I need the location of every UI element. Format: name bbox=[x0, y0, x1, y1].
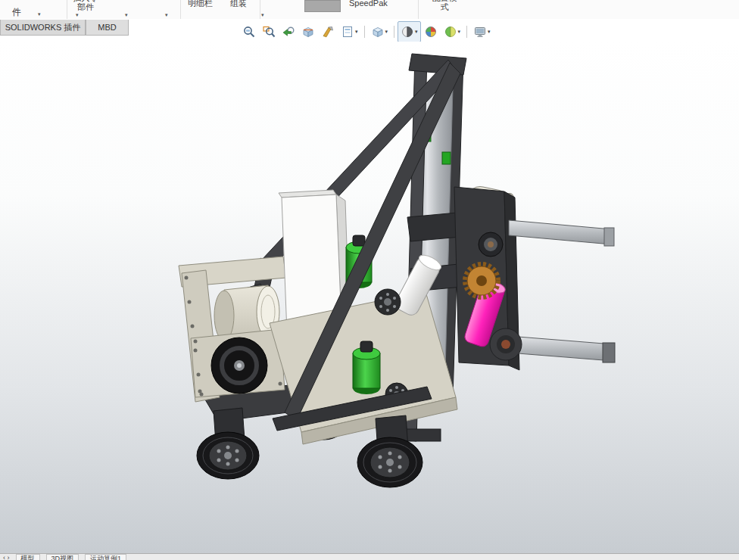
view-orientation-icon bbox=[371, 25, 385, 39]
tab-solidworks-addins[interactable]: SOLIDWORKS 插件 bbox=[0, 20, 86, 36]
tab-label: SOLIDWORKS 插件 bbox=[5, 22, 81, 33]
upper-rod[interactable] bbox=[509, 220, 614, 246]
deck-pulley-upper[interactable] bbox=[375, 289, 401, 315]
ribbon-item-configuration-mode[interactable]: 配置模式 bbox=[430, 0, 459, 11]
bottom-tab-bar: ‹ › 模型 3D视图 运动算例1 bbox=[0, 553, 739, 560]
solidworks-window: 件 ▾ 插入零部件 ▾ ▾ ▾ 明细栏 组装 ▾ SpeedPak 配置模式 S… bbox=[0, 0, 739, 560]
dropdown-arrow-icon[interactable]: ▾ bbox=[488, 29, 491, 35]
disabled-command-button bbox=[304, 0, 341, 12]
ribbon-item-bom[interactable]: 明细栏 bbox=[188, 0, 213, 8]
dropdown-arrow-icon[interactable]: ▾ bbox=[125, 12, 128, 18]
display-style-button[interactable]: ▾ bbox=[398, 21, 421, 42]
tab-motion-study[interactable]: 运动算例1 bbox=[85, 554, 126, 560]
heads-up-toolbar: ▾ ▾ ▾ bbox=[239, 23, 494, 41]
view-orientation-button[interactable]: ▾ bbox=[368, 21, 391, 42]
dropdown-arrow-icon[interactable]: ▾ bbox=[385, 29, 388, 35]
dropdown-arrow-icon[interactable]: ▾ bbox=[415, 29, 418, 35]
tab-scroll-icons[interactable]: ‹ › bbox=[3, 554, 10, 560]
ribbon-partial: 件 ▾ 插入零部件 ▾ ▾ ▾ 明细栏 组装 ▾ SpeedPak 配置模式 bbox=[0, 0, 739, 19]
toolbar-separator bbox=[364, 26, 365, 38]
ribbon-separator bbox=[260, 0, 260, 19]
zoom-to-area-button[interactable] bbox=[259, 21, 279, 42]
tab-model[interactable]: 模型 bbox=[16, 554, 40, 560]
sprocket-gear[interactable] bbox=[465, 264, 498, 297]
dropdown-arrow-icon[interactable]: ▾ bbox=[165, 12, 168, 18]
cad-model-view[interactable] bbox=[0, 42, 739, 554]
tab-mbd[interactable]: MBD bbox=[86, 20, 129, 36]
hide-show-items-icon bbox=[341, 25, 354, 39]
lower-rod[interactable] bbox=[490, 328, 615, 362]
edit-appearance-button[interactable] bbox=[421, 21, 441, 42]
left-tower-assembly[interactable] bbox=[179, 257, 286, 402]
ribbon-item-assemble[interactable]: 组装 bbox=[230, 0, 247, 8]
green-motor-lower[interactable] bbox=[353, 341, 380, 394]
dropdown-arrow-icon[interactable]: ▾ bbox=[458, 29, 461, 35]
left-wheel[interactable] bbox=[197, 408, 259, 479]
view-settings-icon bbox=[473, 25, 487, 39]
section-view-button[interactable] bbox=[298, 21, 318, 42]
tab-3d-views[interactable]: 3D视图 bbox=[46, 554, 80, 560]
view-settings-button[interactable]: ▾ bbox=[470, 21, 494, 42]
dropdown-arrow-icon[interactable]: ▾ bbox=[261, 12, 264, 18]
dropdown-arrow-icon[interactable]: ▾ bbox=[38, 11, 41, 17]
apply-scene-button[interactable]: ▾ bbox=[441, 21, 464, 42]
apply-scene-icon bbox=[444, 25, 457, 39]
dropdown-arrow-icon[interactable]: ▾ bbox=[76, 12, 79, 18]
edit-appearance-icon bbox=[424, 25, 438, 39]
section-view-icon bbox=[301, 25, 315, 39]
ribbon-separator bbox=[180, 0, 181, 19]
ribbon-item-part[interactable]: 件 bbox=[12, 8, 21, 17]
ribbon-separator bbox=[418, 0, 419, 19]
tab-label: MBD bbox=[98, 23, 116, 32]
previous-view-icon bbox=[282, 25, 295, 39]
ribbon-item-speedpak[interactable]: SpeedPak bbox=[349, 0, 388, 8]
ribbon-separator bbox=[67, 0, 67, 19]
zoom-to-fit-icon bbox=[242, 25, 256, 39]
dynamic-annotation-icon bbox=[321, 25, 335, 39]
zoom-to-fit-button[interactable] bbox=[239, 21, 259, 42]
toolbar-separator bbox=[466, 26, 467, 38]
ribbon-item-insert-component[interactable]: 插入零部件 bbox=[71, 0, 100, 11]
dynamic-annotation-button[interactable] bbox=[318, 21, 338, 42]
display-style-icon bbox=[401, 25, 414, 39]
zoom-to-area-icon bbox=[262, 25, 276, 39]
dropdown-arrow-icon[interactable]: ▾ bbox=[355, 29, 358, 35]
graphics-area[interactable] bbox=[0, 42, 739, 554]
toolbar-separator bbox=[394, 26, 394, 38]
hide-show-items-button[interactable]: ▾ bbox=[338, 21, 361, 42]
previous-view-button[interactable] bbox=[279, 21, 298, 42]
